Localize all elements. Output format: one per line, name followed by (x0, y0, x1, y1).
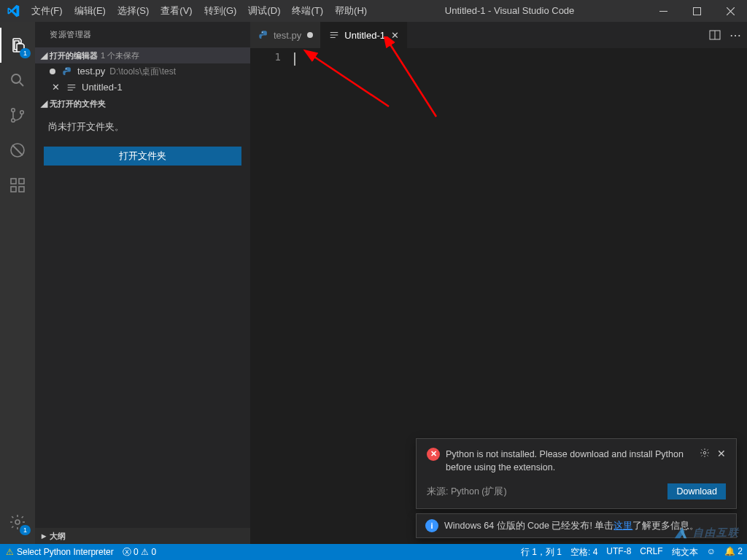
svg-point-11 (15, 520, 20, 524)
outline-header[interactable]: ▸ 大纲 (35, 528, 250, 544)
svg-point-2 (12, 74, 20, 83)
no-folder-header[interactable]: ◢ 无打开的文件夹 (35, 96, 250, 112)
gear-icon[interactable] (700, 448, 710, 459)
search-icon[interactable] (0, 63, 35, 98)
svg-rect-1 (693, 7, 700, 15)
chevron-down-icon: ◢ (38, 47, 50, 63)
sidebar-title: 资源管理器 (35, 22, 250, 47)
menu-help[interactable]: 帮助(H) (329, 0, 373, 22)
window-controls (646, 0, 747, 22)
notification-python: ✕ Python is not installed. Please downlo… (416, 438, 737, 510)
tab-label: test.py (274, 30, 301, 41)
chevron-down-icon: ◢ (38, 96, 50, 112)
open-editors-label: 打开的编辑器 (50, 47, 98, 63)
notification-source: 来源: Python (扩展) (427, 486, 507, 498)
explorer-icon[interactable]: 1 (0, 28, 35, 63)
svg-point-12 (66, 68, 66, 69)
status-eol[interactable]: CRLF (635, 546, 667, 556)
notification-message: Python is not installed. Please download… (446, 448, 692, 475)
tab-label: Untitled-1 (344, 30, 385, 41)
outline-label: 大纲 (50, 528, 66, 544)
text-cursor (294, 52, 295, 66)
status-encoding[interactable]: UTF-8 (602, 546, 635, 556)
line-number: 1 (250, 51, 281, 63)
notification-text: Windows 64 位版的 Code 已经发布! 单击这里了解更多信息。 (444, 520, 699, 532)
open-folder-button[interactable]: 打开文件夹 (44, 147, 241, 166)
line-gutter: 1 (250, 48, 294, 544)
svg-point-5 (20, 111, 24, 114)
menu-debug[interactable]: 调试(D) (242, 0, 286, 22)
svg-rect-10 (19, 179, 24, 184)
file-name: test.py (77, 63, 105, 79)
close-icon[interactable]: ✕ (717, 448, 726, 459)
svg-point-4 (12, 119, 15, 122)
python-file-icon (61, 66, 73, 77)
menu-file[interactable]: 文件(F) (26, 0, 69, 22)
error-icon: ✕ (427, 448, 440, 461)
source-control-icon[interactable] (0, 98, 35, 133)
extensions-icon[interactable] (0, 168, 35, 203)
text-file-icon (66, 82, 77, 93)
svg-point-17 (703, 451, 706, 454)
open-editor-item[interactable]: test.py D:\tools\桌面\test (35, 63, 250, 79)
explorer-badge: 1 (20, 48, 31, 58)
open-editors-header[interactable]: ◢ 打开的编辑器 1 个未保存 (35, 47, 250, 63)
more-icon[interactable]: ⋯ (729, 28, 741, 42)
settings-gear-icon[interactable]: 1 (0, 505, 35, 540)
tab-untitled[interactable]: Untitled-1 ✕ (321, 22, 407, 48)
menu-edit[interactable]: 编辑(E) (69, 0, 112, 22)
menu-view[interactable]: 查看(V) (155, 0, 198, 22)
chevron-right-icon: ▸ (38, 528, 50, 544)
minimap[interactable] (740, 48, 747, 544)
svg-rect-8 (11, 187, 16, 192)
svg-rect-7 (11, 179, 16, 184)
vscode-logo-icon (0, 4, 26, 18)
info-icon: i (425, 519, 438, 532)
warning-count-icon: ⚠ (141, 547, 149, 557)
tab-test-py[interactable]: test.py (250, 22, 321, 48)
download-button[interactable]: Download (667, 483, 726, 499)
close-icon[interactable]: ✕ (391, 30, 399, 41)
file-path: D:\tools\桌面\test (109, 63, 176, 79)
status-indent[interactable]: 空格: 4 (566, 546, 602, 559)
menu-selection[interactable]: 选择(S) (112, 0, 155, 22)
editor-tabs: test.py Untitled-1 ✕ ⋯ (250, 22, 747, 48)
window-title: Untitled-1 - Visual Studio Code (373, 0, 646, 22)
status-notifications[interactable]: 🔔 2 (720, 546, 747, 556)
no-folder-label: 无打开的文件夹 (50, 96, 106, 112)
status-language[interactable]: 纯文本 (667, 546, 703, 559)
status-problems[interactable]: ⓧ 0 ⚠ 0 (118, 544, 160, 560)
svg-rect-9 (19, 187, 24, 192)
open-editor-item[interactable]: ✕ Untitled-1 (35, 79, 250, 96)
error-count-icon: ⓧ (123, 546, 131, 559)
svg-point-13 (262, 31, 263, 32)
split-editor-icon[interactable] (709, 29, 721, 41)
bell-icon: 🔔 (724, 546, 735, 556)
settings-badge: 1 (20, 525, 31, 535)
dirty-dot-icon (307, 32, 313, 38)
tab-actions: ⋯ (709, 22, 747, 48)
status-feedback-icon[interactable]: ☺ (703, 546, 720, 556)
text-file-icon (328, 29, 340, 41)
menubar: 文件(F) 编辑(E) 选择(S) 查看(V) 转到(G) 调试(D) 终端(T… (26, 0, 373, 22)
unsaved-count: 1 个未保存 (101, 47, 139, 63)
titlebar: 文件(F) 编辑(E) 选择(S) 查看(V) 转到(G) 调试(D) 终端(T… (0, 0, 747, 22)
status-bar: ⚠ Select Python Interpreter ⓧ 0 ⚠ 0 行 1，… (0, 544, 747, 560)
svg-point-3 (12, 109, 15, 112)
no-folder-message: 尚未打开文件夹。 (35, 112, 250, 142)
file-name: Untitled-1 (82, 79, 123, 96)
status-cursor-pos[interactable]: 行 1，列 1 (516, 546, 566, 559)
menu-terminal[interactable]: 终端(T) (286, 0, 329, 22)
activity-bar: 1 1 (0, 22, 35, 544)
warning-icon: ⚠ (6, 547, 14, 557)
debug-icon[interactable] (0, 133, 35, 168)
maximize-button[interactable] (680, 0, 713, 22)
menu-go[interactable]: 转到(G) (198, 0, 243, 22)
minimize-button[interactable] (646, 0, 680, 22)
info-link[interactable]: 这里 (614, 521, 632, 531)
close-icon[interactable]: ✕ (50, 79, 61, 96)
close-button[interactable] (713, 0, 747, 22)
notification-update: i Windows 64 位版的 Code 已经发布! 单击这里了解更多信息。 (416, 513, 737, 538)
svg-rect-0 (659, 11, 667, 12)
status-interpreter[interactable]: ⚠ Select Python Interpreter (0, 544, 118, 560)
